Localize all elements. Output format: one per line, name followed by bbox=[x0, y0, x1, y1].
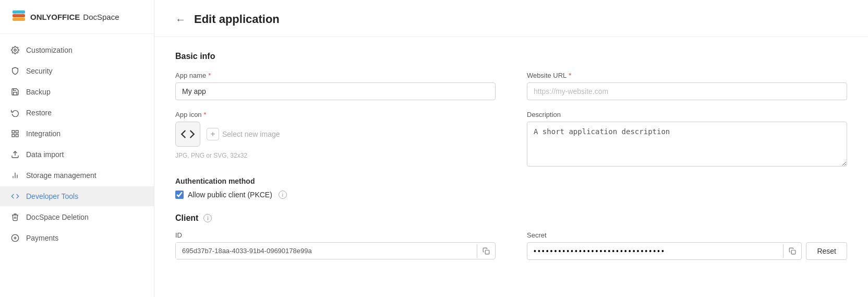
sidebar-label-restore: Restore bbox=[26, 109, 52, 117]
page-header: ← Edit application bbox=[154, 0, 868, 37]
app-icon-label: App icon * bbox=[175, 111, 496, 118]
client-id-label: ID bbox=[175, 231, 496, 239]
product-name: DocSpace bbox=[83, 13, 119, 21]
pkce-checkbox[interactable] bbox=[175, 191, 184, 199]
sidebar-label-backup: Backup bbox=[26, 88, 51, 96]
auth-method-section: Authentication method Allow public clien… bbox=[175, 177, 847, 199]
copy-icon bbox=[483, 247, 490, 255]
sidebar-item-docspace-deletion[interactable]: DocSpace Deletion bbox=[0, 207, 154, 227]
logo-icon bbox=[10, 8, 27, 25]
app-name-input[interactable] bbox=[175, 82, 496, 100]
app-name-label: App name * bbox=[175, 72, 496, 79]
sidebar-item-integration[interactable]: Integration bbox=[0, 124, 154, 144]
reset-button[interactable]: Reset bbox=[806, 242, 847, 260]
pkce-checkbox-row: Allow public client (PKCE) i bbox=[175, 191, 847, 199]
client-id-input[interactable] bbox=[176, 243, 477, 259]
form-container: Basic info App name * Website URL * bbox=[154, 37, 868, 275]
sidebar-item-security[interactable]: Security bbox=[0, 61, 154, 81]
description-label: Description bbox=[527, 111, 847, 118]
app-icon-row: + Select new image bbox=[175, 122, 496, 147]
client-id-group: ID bbox=[175, 231, 496, 260]
client-secret-row: Reset bbox=[527, 242, 847, 260]
gear-icon bbox=[10, 45, 20, 55]
client-section: Client i ID Secret bbox=[175, 213, 847, 260]
website-url-input[interactable] bbox=[527, 82, 847, 100]
back-button[interactable]: ← bbox=[175, 14, 186, 26]
select-new-image-button[interactable]: + Select new image bbox=[207, 128, 280, 140]
basic-info-title: Basic info bbox=[175, 52, 847, 61]
restore-icon bbox=[10, 108, 20, 117]
basic-info-grid: App name * Website URL * App icon * bbox=[175, 72, 847, 167]
website-url-label: Website URL * bbox=[527, 72, 847, 79]
svg-rect-5 bbox=[16, 130, 18, 133]
sidebar-item-developer-tools[interactable]: Developer Tools bbox=[0, 186, 154, 206]
sidebar-item-payments[interactable]: Payments bbox=[0, 228, 154, 248]
sidebar-label-storage-management: Storage management bbox=[26, 171, 97, 180]
sidebar-item-storage-management[interactable]: Storage management bbox=[0, 165, 154, 185]
sidebar-label-integration: Integration bbox=[26, 129, 61, 138]
import-icon bbox=[10, 150, 20, 159]
pkce-info-icon: i bbox=[279, 191, 287, 199]
storage-icon bbox=[10, 171, 20, 180]
description-input[interactable]: A short application description bbox=[527, 122, 847, 167]
svg-rect-6 bbox=[12, 134, 15, 137]
select-image-label: Select new image bbox=[222, 130, 280, 138]
client-secret-input[interactable] bbox=[527, 243, 783, 259]
svg-rect-2 bbox=[13, 10, 25, 14]
client-secret-label: Secret bbox=[527, 231, 847, 239]
app-name-required: * bbox=[208, 72, 211, 79]
svg-rect-0 bbox=[13, 18, 25, 21]
app-icon-required: * bbox=[204, 111, 207, 118]
sidebar-item-restore[interactable]: Restore bbox=[0, 103, 154, 123]
client-id-input-wrapper bbox=[175, 242, 496, 259]
client-info-icon: i bbox=[203, 214, 212, 222]
plus-icon: + bbox=[207, 128, 219, 140]
client-secret-group: Secret Reset bbox=[527, 231, 847, 260]
client-secret-input-wrapper bbox=[527, 242, 802, 260]
sidebar-item-data-import[interactable]: Data import bbox=[0, 145, 154, 164]
page-title: Edit application bbox=[194, 13, 280, 26]
svg-point-3 bbox=[14, 49, 16, 51]
pkce-label[interactable]: Allow public client (PKCE) bbox=[188, 191, 272, 199]
client-fields-grid: ID Secret bbox=[175, 231, 847, 260]
svg-rect-4 bbox=[12, 130, 15, 133]
website-url-required: * bbox=[569, 72, 571, 79]
client-id-copy-button[interactable] bbox=[477, 244, 495, 258]
sidebar-navigation: Customization Security Backup Restore bbox=[0, 34, 154, 254]
svg-rect-15 bbox=[485, 250, 489, 254]
svg-rect-16 bbox=[792, 250, 796, 254]
copy-secret-icon bbox=[789, 247, 796, 255]
sidebar-item-customization[interactable]: Customization bbox=[0, 40, 154, 60]
svg-rect-7 bbox=[16, 134, 18, 137]
sidebar-label-developer-tools: Developer Tools bbox=[26, 192, 78, 200]
image-hint: JPG, PNG or SVG, 32x32 bbox=[175, 152, 496, 159]
developer-icon bbox=[10, 192, 20, 201]
svg-rect-1 bbox=[13, 14, 25, 17]
app-icon-preview bbox=[175, 122, 200, 147]
website-url-group: Website URL * bbox=[527, 72, 847, 100]
sidebar-label-docspace-deletion: DocSpace Deletion bbox=[26, 213, 89, 221]
sidebar-label-customization: Customization bbox=[26, 46, 73, 54]
trash-icon bbox=[10, 212, 20, 222]
main-content: ← Edit application Basic info App name *… bbox=[154, 0, 868, 297]
auth-method-title: Authentication method bbox=[175, 177, 847, 185]
brand-name: ONLYOFFICE bbox=[30, 13, 80, 21]
sidebar: ONLYOFFICE DocSpace Customization Securi… bbox=[0, 0, 154, 297]
payments-icon bbox=[10, 233, 20, 243]
app-name-group: App name * bbox=[175, 72, 496, 100]
shield-icon bbox=[10, 66, 20, 76]
sidebar-item-backup[interactable]: Backup bbox=[0, 82, 154, 102]
app-icon-group: App icon * + Select new image JPG, PNG o… bbox=[175, 111, 496, 167]
client-title: Client i bbox=[175, 213, 847, 223]
code-icon bbox=[180, 127, 195, 141]
sidebar-label-security: Security bbox=[26, 67, 53, 75]
grid-icon bbox=[10, 129, 20, 138]
sidebar-label-payments: Payments bbox=[26, 234, 58, 242]
save-icon bbox=[10, 87, 20, 97]
sidebar-label-data-import: Data import bbox=[26, 150, 64, 159]
logo: ONLYOFFICE DocSpace bbox=[0, 0, 154, 34]
description-group: Description A short application descript… bbox=[527, 111, 847, 167]
client-secret-copy-button[interactable] bbox=[783, 244, 801, 258]
